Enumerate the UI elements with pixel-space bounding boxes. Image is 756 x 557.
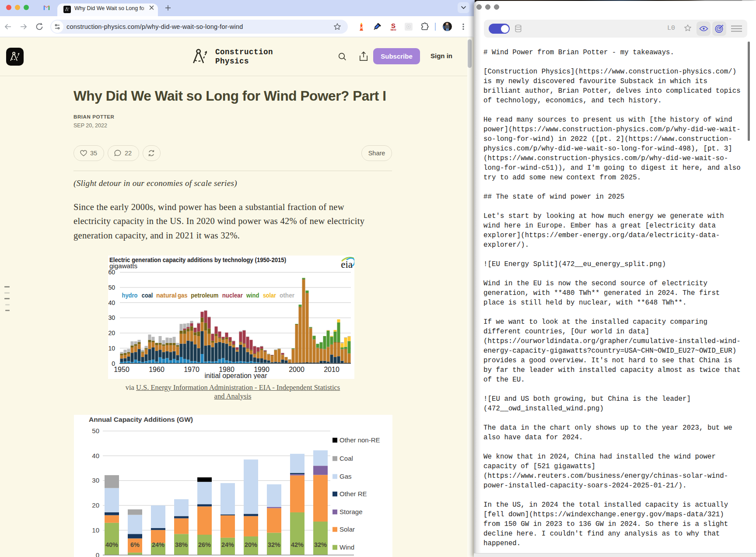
svg-text:Gas: Gas [340,473,352,480]
svg-text:Wind: Wind [340,543,354,551]
svg-text:30: 30 [92,476,99,484]
svg-text:wind: wind [246,291,259,299]
svg-text:10: 10 [92,526,99,534]
svg-text:6%: 6% [130,541,140,548]
svg-text:coal: coal [142,291,153,299]
svg-text:30: 30 [108,314,115,321]
svg-text:gas: gas [178,291,187,299]
svg-text:hydro: hydro [122,291,138,299]
svg-text:initial operation year: initial operation year [204,372,267,379]
svg-text:Annual Capacity Additions (GW): Annual Capacity Additions (GW) [89,416,193,423]
svg-text:Storage: Storage [340,508,363,515]
svg-text:20: 20 [92,501,99,509]
svg-text:nuclear: nuclear [222,291,243,299]
svg-text:40: 40 [108,299,115,306]
svg-text:other: other [280,291,294,299]
svg-text:60: 60 [108,269,115,276]
svg-text:20%: 20% [245,541,257,548]
svg-text:gigawatts: gigawatts [109,263,137,270]
svg-text:50: 50 [108,284,115,291]
svg-text:42%: 42% [291,541,304,548]
svg-text:24%: 24% [221,541,234,548]
svg-text:SEO: SEO [390,28,396,31]
svg-text:1970: 1970 [184,366,200,373]
svg-text:1950: 1950 [114,366,130,373]
svg-text:10: 10 [108,345,115,352]
svg-text:20: 20 [108,329,115,336]
svg-text:0: 0 [96,551,99,557]
svg-text:Solar: Solar [340,525,355,533]
svg-text:solar: solar [263,291,276,299]
svg-text:natural: natural [156,291,177,299]
svg-text:40: 40 [92,452,99,459]
svg-text:32%: 32% [268,541,280,548]
svg-text:26%: 26% [198,541,211,548]
svg-text:38%: 38% [175,541,188,548]
svg-text:40%: 40% [105,541,118,548]
svg-text:1960: 1960 [149,366,164,373]
svg-text:petroleum: petroleum [191,291,218,299]
svg-text:50: 50 [92,427,99,434]
svg-text:32%: 32% [314,541,327,548]
svg-text:2010: 2010 [324,366,340,373]
svg-text:24%: 24% [152,541,164,548]
svg-text:2000: 2000 [289,366,304,373]
svg-text:Other non-RE: Other non-RE [340,436,380,444]
svg-text:Other RE: Other RE [340,490,367,497]
svg-text:Coal: Coal [340,455,353,462]
svg-text:eia: eia [341,259,353,270]
